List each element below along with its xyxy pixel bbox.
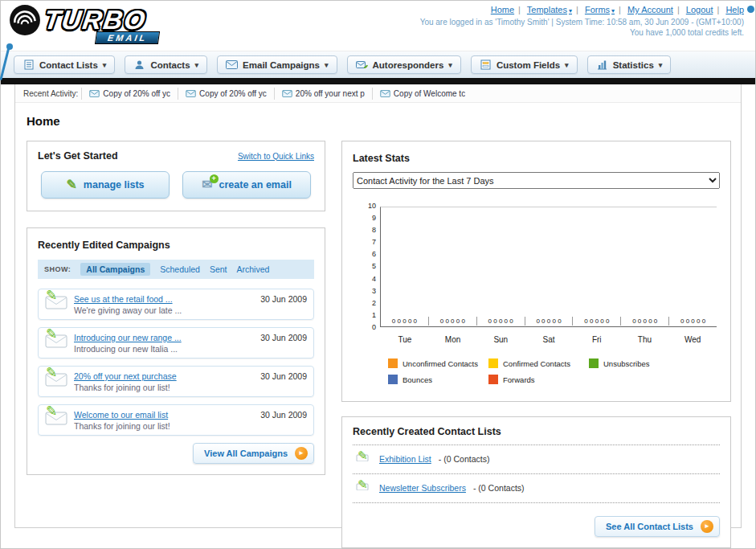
- legend-label: Unconfirmed Contacts: [403, 359, 478, 368]
- chevron-down-icon: ▾: [659, 61, 663, 69]
- divider: |: [717, 5, 719, 14]
- stats-period-select[interactable]: Contact Activity for the Last 7 Days: [353, 172, 720, 189]
- legend-swatch: [388, 375, 398, 384]
- logo-email-badge: EMAIL: [95, 31, 160, 44]
- y-tick-label: 8: [372, 227, 376, 234]
- campaign-envelope-pencil-icon: ✎: [45, 294, 74, 315]
- top-nav-home[interactable]: Home: [491, 5, 514, 14]
- tab-label: Contact Lists: [39, 60, 98, 70]
- pencil-list-icon: ✎: [356, 452, 372, 466]
- filter-archived[interactable]: Archived: [237, 264, 270, 274]
- legend-swatch: [388, 358, 398, 368]
- legend-item: Unsubscribes: [589, 358, 689, 368]
- campaign-title-link[interactable]: See us at the retail food ...: [74, 294, 254, 304]
- top-nav-home-label: Home: [491, 5, 514, 14]
- campaign-date: 30 Jun 2009: [260, 294, 307, 304]
- getting-started-title: Let's Get Started: [38, 150, 118, 162]
- recent-activity-text: Copy of 20% off yc: [199, 89, 267, 98]
- contact-list-row[interactable]: ✎ Exhibition List - (0 Contacts): [353, 445, 720, 474]
- contact-activity-chart: 109876543210 0 0 0 0 00 0 0 0 00 0 0 0 0…: [364, 207, 717, 344]
- create-email-label: create an email: [219, 179, 292, 191]
- top-nav-my-account[interactable]: My Account: [627, 5, 673, 14]
- corner-dot: [747, 6, 754, 13]
- recent-activity-item[interactable]: 20% off your next p: [274, 88, 372, 100]
- email-campaigns-icon: [226, 59, 238, 70]
- view-all-campaigns-button[interactable]: View All Campaigns ►: [193, 443, 314, 464]
- login-status: You are logged in as 'Timothy Smith' | S…: [420, 18, 744, 27]
- campaign-info: See us at the retail food ... We're givi…: [74, 294, 254, 315]
- view-all-campaigns-label: View All Campaigns: [204, 449, 288, 458]
- switch-quick-links-link[interactable]: Switch to Quick Links: [238, 152, 314, 161]
- page-title: Home: [27, 114, 731, 128]
- arrow-right-icon: ►: [701, 520, 713, 533]
- recent-activity-item[interactable]: Copy of 20% off yc: [178, 88, 274, 100]
- see-all-contact-lists-label: See All Contact Lists: [606, 522, 693, 531]
- legend-item: Unconfirmed Contacts: [388, 358, 488, 368]
- campaign-row[interactable]: ✎ Welcome to our email list Thanks for j…: [38, 404, 314, 436]
- contact-list-row[interactable]: ✎ Newsletter Subscribers - (0 Contacts): [353, 474, 720, 503]
- tab-contact-lists[interactable]: Contact Lists ▾: [14, 55, 115, 74]
- tab-email-campaigns[interactable]: Email Campaigns ▾: [217, 55, 337, 74]
- campaign-subtitle: Thanks for joining our list!: [74, 383, 254, 392]
- campaign-title-link[interactable]: Introducing our new range ...: [74, 333, 254, 342]
- campaign-row[interactable]: ✎ Introducing our new range ... Introduc…: [38, 327, 314, 358]
- contact-list-count: - (0 Contacts): [439, 454, 490, 464]
- tab-autoresponders[interactable]: Autoresponders ▾: [347, 55, 461, 74]
- pencil-icon: ✎: [358, 449, 368, 463]
- legend-swatch: [488, 358, 498, 368]
- filter-sent[interactable]: Sent: [210, 264, 227, 274]
- contact-list-link[interactable]: Newsletter Subscribers: [379, 483, 466, 493]
- chart-x-axis: TueMonSunSatFriThuWed: [381, 331, 717, 344]
- chevron-down-icon: ▾: [325, 61, 329, 69]
- pencil-icon: ✎: [66, 178, 76, 191]
- value-label-group: 0 0 0 0 0: [573, 317, 621, 326]
- tab-label: Email Campaigns: [243, 60, 320, 70]
- campaign-envelope-pencil-icon: ✎: [45, 371, 74, 392]
- y-tick-label: 9: [372, 215, 376, 222]
- top-nav-logout[interactable]: Logout: [686, 5, 713, 14]
- contact-list-link[interactable]: Exhibition List: [379, 454, 431, 464]
- right-column: Latest Stats Contact Activity for the La…: [341, 141, 731, 548]
- x-tick-label: Fri: [573, 331, 621, 344]
- see-all-contact-lists-button[interactable]: See All Contact Lists ►: [595, 516, 720, 537]
- y-tick-label: 4: [372, 276, 376, 283]
- recent-activity-item[interactable]: Copy of Welcome tc: [372, 88, 472, 100]
- campaign-row[interactable]: ✎ See us at the retail food ... We're gi…: [38, 289, 314, 320]
- envelope-icon: [89, 90, 100, 97]
- filter-all-campaigns[interactable]: All Campaigns: [80, 263, 150, 276]
- campaign-title-link[interactable]: Welcome to our email list: [74, 410, 254, 420]
- create-email-button[interactable]: ✉+ create an email: [182, 171, 311, 199]
- legend-item: Forwards: [488, 375, 589, 384]
- recent-activity-item[interactable]: Copy of 20% off yc: [81, 88, 178, 100]
- tab-custom-fields[interactable]: Custom Fields ▾: [471, 55, 578, 74]
- chevron-down-icon: ▾: [103, 61, 107, 69]
- top-nav-help[interactable]: Help: [725, 5, 744, 14]
- x-tick-label: Wed: [668, 331, 717, 344]
- statistics-icon: [596, 59, 608, 70]
- tab-statistics[interactable]: Statistics ▾: [587, 55, 672, 74]
- top-nav-templates-label: Templates: [527, 5, 567, 14]
- manage-lists-button[interactable]: ✎ manage lists: [41, 171, 170, 199]
- divider: |: [576, 5, 578, 14]
- y-tick-label: 7: [372, 239, 376, 246]
- arrow-right-icon: ►: [295, 447, 308, 460]
- top-nav-forms[interactable]: Forms▾: [585, 5, 615, 14]
- legend-item: Bounces: [388, 375, 488, 384]
- value-label-group: 0 0 0 0 0: [525, 317, 574, 326]
- campaign-row[interactable]: ✎ 20% off your next purchase Thanks for …: [38, 366, 314, 397]
- legend-label: Forwards: [503, 375, 535, 384]
- top-nav-help-label: Help: [725, 5, 744, 14]
- legend-label: Bounces: [403, 375, 432, 384]
- tab-contacts[interactable]: Contacts ▾: [125, 55, 207, 74]
- recent-activity-text: Copy of 20% off yc: [103, 89, 170, 98]
- chevron-down-icon: ▾: [569, 7, 572, 14]
- value-label-group: 0 0 0 0 0: [621, 317, 669, 326]
- top-nav-templates[interactable]: Templates▾: [527, 5, 572, 14]
- main-content: Home Let's Get Started Switch to Quick L…: [15, 103, 741, 548]
- filter-scheduled[interactable]: Scheduled: [160, 264, 200, 274]
- campaign-title-link[interactable]: 20% off your next purchase: [74, 371, 254, 381]
- contacts-icon: [133, 59, 145, 70]
- legend-label: Unsubscribes: [603, 359, 650, 368]
- campaign-info: 20% off your next purchase Thanks for jo…: [74, 371, 254, 392]
- tab-label: Custom Fields: [497, 60, 560, 70]
